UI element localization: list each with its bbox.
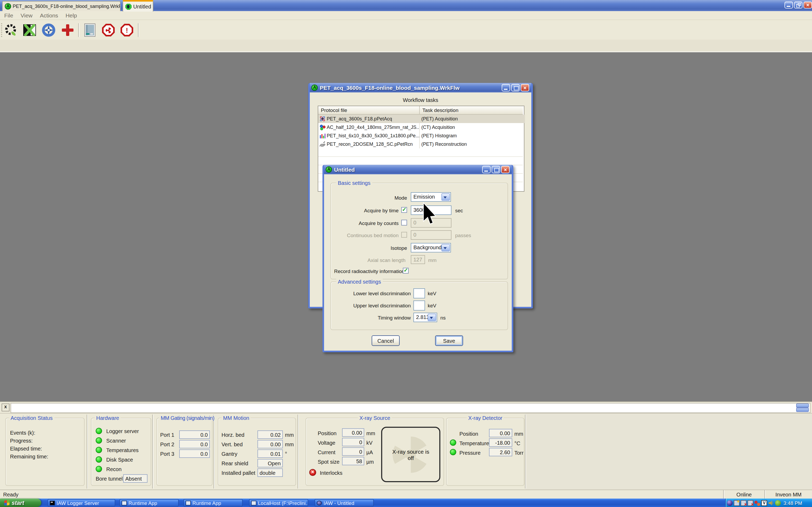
taskbar: start IAW Logger Server Runtime App Runt… bbox=[0, 499, 812, 507]
interlocks-error-icon bbox=[309, 469, 316, 476]
strip-close-button[interactable]: x bbox=[2, 403, 9, 411]
minimize-button[interactable] bbox=[784, 2, 793, 8]
exclamation-octagon-icon: ! bbox=[120, 24, 133, 37]
dialog-minimize-button[interactable] bbox=[482, 166, 491, 173]
nvidia-tray-icon[interactable] bbox=[775, 500, 781, 506]
timing-window-label: Timing window bbox=[356, 315, 411, 321]
table-row[interactable]: PET_hist_6x10_8x30_5x300_1x1800.pPe... bbox=[318, 131, 419, 140]
volume-tray-icon[interactable] bbox=[768, 500, 774, 506]
restore-button[interactable] bbox=[794, 2, 803, 8]
dialog-titlebar[interactable]: A Untitled × bbox=[324, 165, 512, 174]
row-file: PET_acq_3600s_F18.pPetAcq bbox=[327, 116, 392, 121]
excel-export-button[interactable] bbox=[22, 23, 37, 38]
taskbar-item-iaw[interactable]: IAW - Untitled bbox=[314, 499, 374, 506]
taskbar-item-localhost[interactable]: LocalHost (F:\Preclini... bbox=[249, 499, 308, 506]
xray-source-title: X-ray Source bbox=[358, 415, 392, 421]
workflow-tasks-label: Workflow tasks bbox=[310, 97, 531, 103]
menu-file[interactable]: File bbox=[4, 12, 13, 18]
table-cell[interactable]: (PET) Reconstruction bbox=[419, 140, 525, 149]
xray-source-group: X-ray Source Position 0.00 mm Voltage 0 … bbox=[306, 418, 444, 486]
row-desc: (PET) Histogram bbox=[421, 133, 457, 138]
gantry-value: 0.01 bbox=[257, 449, 283, 458]
tab-workflow[interactable]: A PET_acq_3600s_F18-online_blood_samplin… bbox=[2, 1, 120, 11]
mm-unit: mm bbox=[428, 257, 437, 263]
acquire-by-time-checkbox[interactable] bbox=[401, 207, 407, 213]
xray-warning-button[interactable] bbox=[101, 23, 116, 38]
menu-actions[interactable]: Actions bbox=[40, 12, 58, 18]
compass-icon bbox=[42, 23, 55, 37]
taskbar-item-runtime2[interactable]: Runtime App bbox=[184, 499, 243, 506]
workflow-minimize-button[interactable] bbox=[502, 84, 510, 91]
message-strip: x bbox=[0, 401, 812, 413]
device-tray-icon[interactable]: ★ bbox=[734, 500, 740, 506]
taskbar-item-runtime1[interactable]: Runtime App bbox=[119, 499, 179, 506]
dock-splitter bbox=[214, 414, 215, 489]
tray-clock: 3:48 PM bbox=[783, 500, 802, 506]
cancel-button[interactable]: Cancel bbox=[372, 335, 400, 346]
workflow-maximize-button[interactable] bbox=[511, 84, 520, 91]
status-bar: Ready Online Inveon MM bbox=[0, 490, 812, 499]
tab-untitled[interactable]: Untitled bbox=[123, 0, 153, 12]
det-position-unit: mm bbox=[514, 431, 523, 437]
close-button[interactable]: × bbox=[804, 2, 812, 8]
ct-acquisition-icon bbox=[319, 124, 326, 130]
acquisition-dialog: A Untitled × Basic settings Mode Emissio… bbox=[322, 165, 513, 352]
uld-input[interactable] bbox=[413, 300, 425, 311]
network-disconnected-icon[interactable]: × bbox=[741, 500, 747, 506]
acquisition-queue-button[interactable] bbox=[3, 23, 18, 38]
radiation-octagon-icon bbox=[102, 24, 115, 37]
system-tray: ★ × × V 3:48 PM bbox=[725, 499, 812, 507]
gantry-unit: ° bbox=[285, 451, 287, 457]
col-protocol-file[interactable]: Protocol file bbox=[318, 106, 419, 115]
strip-button-down[interactable] bbox=[796, 408, 809, 412]
table-row[interactable]: PET_acq_3600s_F18.pPetAcq bbox=[318, 115, 419, 123]
dock-splitter bbox=[525, 414, 526, 489]
emergency-stop-button[interactable]: ! bbox=[119, 23, 134, 38]
acquisition-status-group: Acquisition Status Events (k): Progress:… bbox=[5, 418, 85, 486]
src-position-label: Position bbox=[318, 431, 337, 436]
table-cell[interactable]: (CT) Acquisition bbox=[419, 123, 525, 131]
vert-bed-unit: mm bbox=[285, 442, 294, 447]
strip-button-up[interactable] bbox=[796, 403, 809, 408]
start-button[interactable]: start bbox=[0, 499, 41, 507]
add-button[interactable] bbox=[60, 23, 75, 38]
record-radioactivity-checkbox[interactable] bbox=[403, 268, 409, 274]
dialog-maximize-button[interactable] bbox=[492, 166, 500, 173]
workflow-window-titlebar[interactable]: A PET_acq_3600s_F18-online_blood_samplin… bbox=[310, 83, 531, 93]
chevron-down-icon bbox=[442, 193, 450, 201]
hardware-title: Hardware bbox=[95, 415, 121, 421]
navigator-button[interactable] bbox=[41, 23, 56, 38]
timing-window-select[interactable]: 2.813 bbox=[413, 313, 437, 322]
horz-bed-unit: mm bbox=[285, 432, 294, 438]
continuous-bed-motion-checkbox[interactable] bbox=[401, 232, 407, 238]
table-cell[interactable]: (PET) Histogram bbox=[419, 131, 525, 140]
services-tray-icon[interactable] bbox=[754, 500, 760, 506]
network-disconnected-icon[interactable]: × bbox=[748, 500, 753, 506]
port2-value: 0.0 bbox=[179, 440, 210, 448]
log-panel-button[interactable] bbox=[83, 23, 97, 38]
mode-select[interactable]: Emission bbox=[411, 192, 451, 202]
acquire-by-time-input[interactable]: 3600 bbox=[411, 206, 451, 215]
acquire-by-counts-checkbox[interactable] bbox=[401, 220, 407, 226]
table-row[interactable]: AC_half_120_4x4_180ms_275mm_rat_JS... bbox=[318, 123, 419, 131]
row-desc: (PET) Reconstruction bbox=[421, 142, 467, 147]
table-row[interactable]: PET_recon_2DOSEM_128_SC.pPetRcn bbox=[318, 140, 419, 149]
save-button[interactable]: Save bbox=[435, 335, 463, 346]
vnc-tray-icon[interactable]: V bbox=[761, 500, 767, 506]
workflow-close-button[interactable]: × bbox=[521, 84, 529, 91]
port2-label: Port 2 bbox=[160, 442, 174, 447]
sphere-tray-icon[interactable] bbox=[727, 500, 733, 506]
menu-help[interactable]: Help bbox=[65, 12, 77, 18]
menu-view[interactable]: View bbox=[20, 12, 33, 18]
table-cell[interactable]: (PET) Acquisition bbox=[419, 115, 525, 123]
windows-flag-icon bbox=[4, 500, 9, 506]
isotope-select[interactable]: Background bbox=[411, 243, 451, 252]
installed-pallet-value: double bed bbox=[257, 468, 283, 477]
taskbar-item-logger[interactable]: IAW Logger Server bbox=[48, 499, 115, 506]
lld-label: Lower level discrimination bbox=[345, 290, 411, 296]
dialog-close-button[interactable]: × bbox=[501, 166, 510, 173]
strip-field[interactable] bbox=[11, 403, 810, 413]
col-task-description[interactable]: Task description bbox=[419, 106, 523, 115]
lld-input[interactable] bbox=[413, 288, 425, 298]
current-label: Current bbox=[318, 449, 336, 455]
